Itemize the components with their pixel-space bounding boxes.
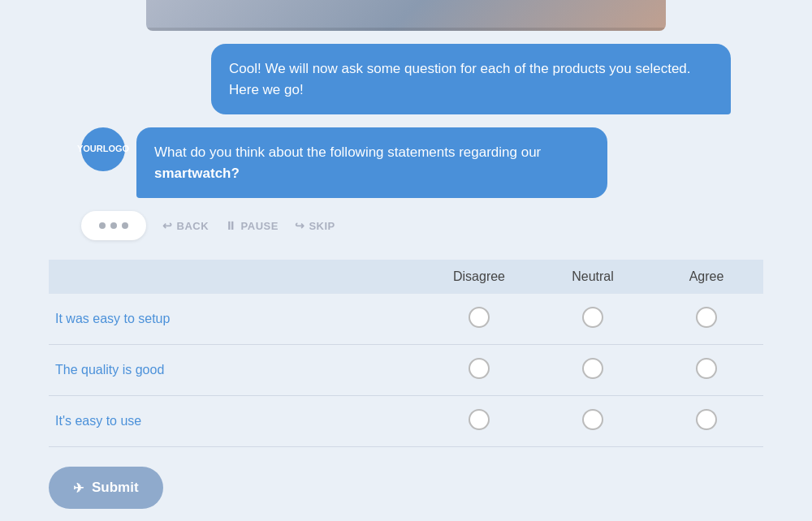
submit-area: ✈ Submit (0, 447, 812, 509)
row-label-0: It was easy to setup (49, 294, 422, 345)
radio-disagree-2[interactable] (469, 409, 490, 430)
controls-row: ↩ BACK ⏸ PAUSE ↪ SKIP (0, 211, 812, 240)
logo-line1: YOUR (77, 144, 103, 154)
logo-avatar: YOUR LOGO (81, 127, 125, 171)
radio-agree-2[interactable] (696, 409, 717, 430)
product-image (146, 0, 666, 31)
radio-neutral-1[interactable] (582, 358, 603, 379)
col-header-statement (49, 260, 422, 294)
back-label: BACK (177, 220, 209, 232)
pause-button[interactable]: ⏸ PAUSE (225, 219, 279, 232)
dot-3 (122, 222, 128, 229)
cell-disagree-2 (422, 396, 536, 447)
table-row: The quality is good (49, 345, 763, 396)
cell-neutral-1 (536, 345, 650, 396)
back-icon: ↩ (162, 219, 173, 232)
col-header-disagree: Disagree (422, 260, 536, 294)
top-image-area (0, 0, 812, 31)
survey-table-body: It was easy to setupThe quality is goodI… (49, 294, 763, 447)
cell-neutral-2 (536, 396, 650, 447)
cell-disagree-1 (422, 345, 536, 396)
left-bubble-bold: smartwatch? (154, 166, 240, 181)
back-button[interactable]: ↩ BACK (162, 219, 209, 232)
cell-neutral-0 (536, 294, 650, 345)
row-label-1: The quality is good (49, 345, 422, 396)
page-container: Cool! We will now ask some question for … (0, 0, 812, 521)
skip-icon: ↪ (295, 219, 305, 232)
cell-disagree-0 (422, 294, 536, 345)
dot-1 (99, 222, 106, 229)
typing-indicator (81, 211, 146, 240)
table-row: It's easy to use (49, 396, 763, 447)
dot-2 (110, 222, 117, 229)
radio-neutral-0[interactable] (582, 307, 603, 328)
skip-button[interactable]: ↪ SKIP (295, 219, 335, 232)
right-chat-bubble: Cool! We will now ask some question for … (211, 44, 731, 114)
survey-table: Disagree Neutral Agree It was easy to se… (49, 260, 763, 447)
logo-line2: LOGO (103, 144, 129, 154)
cell-agree-0 (650, 294, 763, 345)
left-bubble-text: What do you think about the following st… (154, 144, 541, 160)
row-label-2: It's easy to use (49, 396, 422, 447)
left-chat-bubble: What do you think about the following st… (136, 127, 607, 198)
right-bubble-text: Cool! We will now ask some question for … (229, 61, 691, 97)
skip-label: SKIP (309, 220, 335, 232)
radio-neutral-2[interactable] (582, 409, 603, 430)
table-header-row: Disagree Neutral Agree (49, 260, 763, 294)
radio-agree-0[interactable] (696, 307, 717, 328)
cell-agree-2 (650, 396, 763, 447)
submit-button[interactable]: ✈ Submit (49, 467, 163, 509)
submit-icon: ✈ (73, 480, 84, 496)
pause-icon: ⏸ (225, 219, 237, 232)
pause-label: PAUSE (241, 220, 279, 232)
col-header-agree: Agree (650, 260, 763, 294)
submit-label: Submit (92, 480, 139, 496)
radio-disagree-1[interactable] (469, 358, 490, 379)
cell-agree-1 (650, 345, 763, 396)
col-header-neutral: Neutral (536, 260, 650, 294)
radio-disagree-0[interactable] (469, 307, 490, 328)
radio-agree-1[interactable] (696, 358, 717, 379)
survey-area: Disagree Neutral Agree It was easy to se… (0, 260, 812, 447)
chat-area: Cool! We will now ask some question for … (0, 44, 812, 198)
table-row: It was easy to setup (49, 294, 763, 345)
left-bubble-wrapper: YOUR LOGO What do you think about the fo… (81, 127, 731, 198)
